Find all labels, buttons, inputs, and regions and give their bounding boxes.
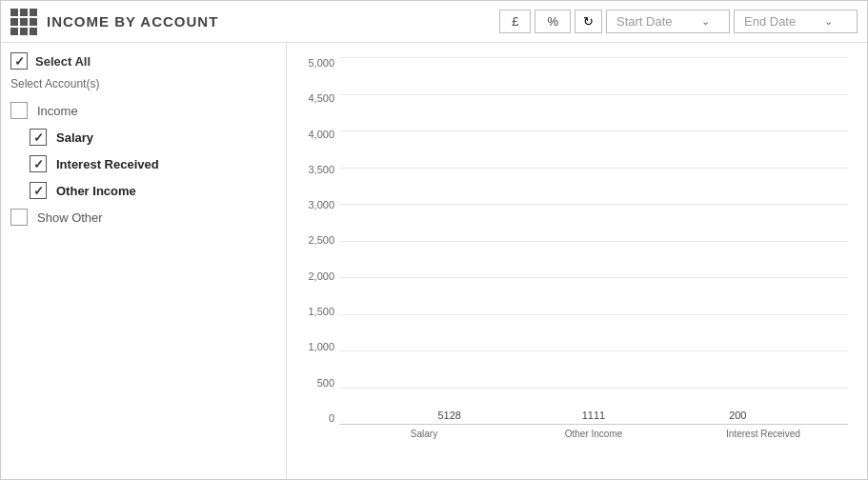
- y-label-3000: 3,000: [296, 199, 339, 210]
- start-date-chevron-icon: ⌄: [701, 15, 710, 28]
- sidebar-item-salary[interactable]: Salary: [30, 129, 276, 146]
- income-label: Income: [37, 104, 78, 118]
- show-other-checkbox[interactable]: [10, 209, 28, 226]
- bar-label-interest-received-value: 200: [729, 410, 746, 421]
- sidebar-item-interest-received[interactable]: Interest Received: [30, 155, 276, 172]
- interest-received-label: Interest Received: [56, 157, 159, 171]
- salary-label: Salary: [56, 130, 93, 145]
- refresh-button[interactable]: ↻: [575, 10, 602, 33]
- other-income-label: Other Income: [56, 184, 136, 198]
- header-controls: £ % ↻ Start Date ⌄ End Date ⌄: [499, 10, 858, 33]
- currency-pct-button[interactable]: %: [535, 10, 571, 33]
- bar-label-salary-value: 5128: [437, 410, 460, 421]
- end-date-label: End Date: [744, 14, 796, 29]
- bar-label-other-income-value: 1111: [582, 410, 605, 421]
- y-label-1000: 1,000: [296, 341, 339, 352]
- main-container: Select All Select Account(s) Income Sala…: [1, 43, 867, 480]
- bars-container: 5128 1111 200: [339, 57, 848, 424]
- salary-checkbox[interactable]: [30, 129, 47, 146]
- other-income-checkbox[interactable]: [30, 182, 47, 199]
- bar-group-other-income: 1111: [565, 410, 622, 424]
- y-label-3500: 3,500: [296, 164, 339, 175]
- select-all-checkbox[interactable]: [10, 52, 28, 70]
- refresh-icon: ↻: [583, 14, 594, 29]
- start-date-picker[interactable]: Start Date ⌄: [606, 10, 730, 33]
- chart-container: 5,000 4,500 4,000 3,500 3,000 2,500 2,00…: [296, 57, 848, 452]
- select-accounts-label: Select Account(s): [10, 77, 276, 90]
- page-title: INCOME BY ACCOUNT: [47, 13, 499, 30]
- y-label-2500: 2,500: [296, 234, 339, 246]
- start-date-label: Start Date: [616, 14, 673, 29]
- y-label-500: 500: [296, 377, 339, 389]
- chart-plot: 5128 1111 200: [339, 57, 848, 424]
- sidebar: Select All Select Account(s) Income Sala…: [1, 43, 287, 480]
- select-all-row[interactable]: Select All: [10, 52, 276, 70]
- y-label-4000: 4,000: [296, 129, 339, 140]
- y-label-2000: 2,000: [296, 270, 339, 282]
- y-label-4500: 4,500: [296, 92, 339, 104]
- y-label-0: 0: [296, 412, 339, 424]
- x-label-other-income: Other Income: [509, 424, 678, 452]
- sidebar-item-other-income[interactable]: Other Income: [30, 182, 276, 199]
- interest-received-checkbox[interactable]: [30, 155, 47, 172]
- sidebar-item-show-other[interactable]: Show Other: [10, 209, 276, 226]
- x-axis: Salary Other Income Interest Received: [339, 424, 848, 452]
- end-date-chevron-icon: ⌄: [824, 15, 833, 28]
- grid-icon: [10, 9, 37, 35]
- income-checkbox[interactable]: [10, 102, 28, 119]
- end-date-picker[interactable]: End Date ⌄: [734, 10, 858, 33]
- currency-gbp-button[interactable]: £: [499, 10, 531, 33]
- bar-group-interest-received: 200: [709, 410, 766, 424]
- bar-group-salary: 5128: [421, 410, 478, 424]
- y-label-5000: 5,000: [296, 57, 339, 69]
- y-label-1500: 1,500: [296, 306, 339, 317]
- chart-area: 5,000 4,500 4,000 3,500 3,000 2,500 2,00…: [287, 43, 867, 480]
- y-axis: 5,000 4,500 4,000 3,500 3,000 2,500 2,00…: [296, 57, 339, 424]
- header: INCOME BY ACCOUNT £ % ↻ Start Date ⌄ End…: [1, 1, 867, 43]
- show-other-label: Show Other: [37, 210, 103, 225]
- sidebar-item-income[interactable]: Income: [10, 102, 276, 119]
- select-all-label: Select All: [35, 54, 91, 69]
- x-label-interest-received: Interest Received: [678, 424, 848, 452]
- x-label-salary: Salary: [339, 424, 509, 452]
